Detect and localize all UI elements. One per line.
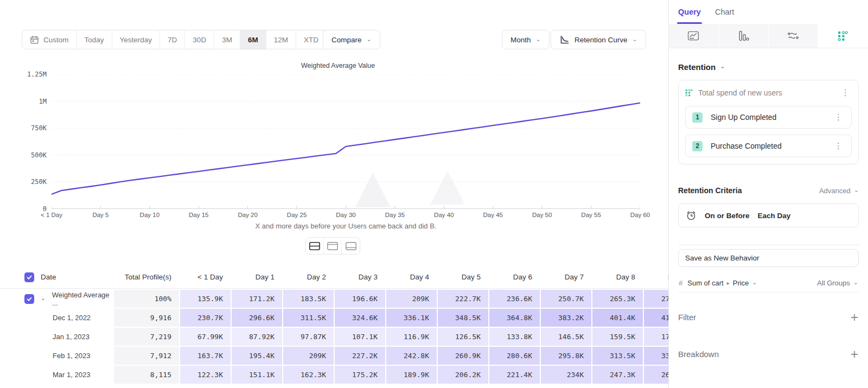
retention-section-header[interactable]: Retention ⌄ — [678, 62, 859, 72]
retention-value-cell: 324.6K — [335, 309, 385, 327]
compare-label: Compare — [331, 36, 362, 44]
chevron-down-icon: ⌄ — [633, 36, 637, 42]
row-label: Feb 1, 2023 — [53, 352, 90, 360]
range-label: Yesterday — [120, 36, 152, 44]
summary-row-label-cell: ⌄Weighted Average ... — [0, 290, 114, 308]
select-all-checkbox[interactable] — [24, 272, 34, 282]
retention-value-cell: 296.6K — [232, 309, 282, 327]
range-7d[interactable]: 7D — [160, 30, 185, 49]
retention-value-cell: 419.8K — [644, 309, 668, 327]
table-row[interactable]: Feb 1, 20237,912163.7K195.4K209K227.2K24… — [0, 347, 668, 365]
event-row-2[interactable]: 2Purchase Completed⋮ — [685, 135, 852, 157]
retention-value-cell: 196.6K — [335, 290, 385, 308]
retention-curve-chart[interactable] — [52, 74, 640, 209]
chart-x-axis: < 1 DayDay 5Day 10Day 15Day 20Day 25Day … — [52, 212, 640, 220]
retention-icon[interactable] — [818, 24, 868, 48]
chart-legend: Weighted Average Value — [291, 62, 375, 69]
day-column-header: Day 4 — [385, 273, 437, 281]
flows-icon[interactable] — [769, 24, 819, 48]
range-12m[interactable]: 12M — [266, 30, 296, 49]
retention-value-cell: 227.2K — [335, 347, 385, 365]
kebab-menu-icon[interactable]: ⋮ — [832, 141, 845, 151]
advanced-label: Advanced — [819, 187, 851, 195]
total-profiles-cell: 9,916 — [114, 309, 179, 327]
view-toggle-group — [305, 237, 360, 255]
range-label: 3M — [222, 36, 232, 44]
range-label: 7D — [168, 36, 177, 44]
range-6m[interactable]: 6M — [240, 30, 266, 49]
chart-only-toggle[interactable] — [324, 238, 342, 254]
table-row[interactable]: Dec 1, 20229,916230.7K296.6K311.5K324.6K… — [0, 309, 668, 327]
retention-value-cell: 162.3K — [283, 366, 334, 384]
kebab-menu-icon[interactable]: ⋮ — [839, 88, 852, 98]
chevron-down-icon[interactable]: ⌄ — [41, 295, 46, 301]
measure-property: Sum of cart — [687, 279, 723, 287]
retention-value-cell: 135.9K — [180, 290, 231, 308]
chart-type-button[interactable]: Retention Curve ⌄ — [551, 30, 646, 49]
day-column-header: Day 9 — [643, 273, 668, 281]
retention-value-cell: 279.8K — [644, 290, 668, 308]
x-axis-tick: < 1 Day — [41, 212, 62, 218]
retention-criteria-card: On or Before Each Day — [678, 203, 859, 227]
chevron-down-icon: ⌄ — [367, 36, 372, 42]
range-label: 30D — [193, 36, 206, 44]
date-range-group: CustomTodayYesterday7D30D3M6M12MXTD⌄ — [22, 30, 336, 49]
retention-value-cell: 265.3K — [592, 290, 643, 308]
retention-value-cell: 383.2K — [541, 309, 591, 327]
granularity-button[interactable]: Month ⌄ — [502, 30, 550, 49]
range-label: Custom — [43, 36, 69, 44]
add-breakdown-button[interactable]: + — [850, 349, 859, 359]
measure-property-dropdown[interactable]: Sum of cart ▸ Price ⌄ — [687, 279, 757, 287]
x-axis-tick: Day 55 — [581, 212, 601, 218]
retention-value-cell: 364.8K — [489, 309, 540, 327]
split-view-toggle[interactable] — [306, 238, 324, 254]
range-30d[interactable]: 30D — [185, 30, 214, 49]
table-row[interactable]: ⌄Weighted Average ...100%135.9K171.2K183… — [0, 290, 668, 308]
retention-value-cell: 230.7K — [180, 309, 231, 327]
behavior-title[interactable]: Total spend of new users — [698, 88, 834, 97]
retention-value-cell: 209K — [386, 290, 437, 308]
range-today[interactable]: Today — [77, 30, 112, 49]
retention-value-cell: 146.5K — [541, 328, 591, 346]
save-as-new-behavior-button[interactable]: Save as New Behavior — [678, 249, 859, 267]
add-filter-button[interactable]: + — [850, 312, 859, 322]
kebab-menu-icon[interactable]: ⋮ — [832, 112, 845, 123]
day-column-header: Day 2 — [282, 273, 334, 281]
range-yesterday[interactable]: Yesterday — [112, 30, 161, 49]
alarm-clock-icon — [686, 210, 697, 221]
retention-value-cell: 260.8K — [644, 366, 668, 384]
granularity-label: Month — [510, 36, 531, 44]
range-custom[interactable]: Custom — [22, 30, 77, 49]
row-checkbox[interactable] — [24, 294, 34, 304]
all-groups-dropdown[interactable]: All Groups ⌄ — [817, 279, 858, 287]
retention-curve-icon — [559, 35, 570, 45]
y-axis-tick: 750K — [31, 124, 47, 132]
date-row-label-cell: Mar 1, 2023 — [0, 366, 114, 384]
retention-value-cell: 313.5K — [592, 347, 643, 365]
funnels-icon[interactable] — [719, 24, 769, 48]
event-row-1[interactable]: 1Sign Up Completed⋮ — [685, 106, 852, 129]
day-column-header: Day 7 — [540, 273, 591, 281]
advanced-dropdown[interactable]: Advanced ⌄ — [819, 187, 859, 195]
table-row[interactable]: Jan 1, 20237,21967.99K87.92K97.87K107.1K… — [0, 328, 668, 346]
table-row[interactable]: Mar 1, 20238,115122.3K151.1K162.3K175.2K… — [0, 366, 668, 384]
insights-icon[interactable] — [669, 24, 719, 48]
filter-label: Filter — [678, 313, 696, 322]
x-axis-tick: Day 30 — [336, 212, 355, 218]
y-axis-tick: 250K — [31, 178, 47, 186]
day-column-header: Day 5 — [437, 273, 488, 281]
event-index-badge: 2 — [692, 141, 703, 151]
retention-value-cell: 163.7K — [180, 347, 231, 365]
occurrence-selector[interactable]: On or Before — [705, 212, 750, 220]
row-label: Jan 1, 2023 — [53, 333, 90, 341]
tab-query[interactable]: Query — [678, 0, 701, 24]
window-selector[interactable]: Each Day — [758, 212, 791, 220]
table-only-toggle[interactable] — [342, 238, 360, 254]
measure-sub-property: Price — [733, 279, 749, 287]
range-label: 6M — [248, 36, 258, 44]
range-3m[interactable]: 3M — [214, 30, 240, 49]
compare-button[interactable]: Compare ⌄ — [323, 30, 380, 49]
retention-value-cell: 247.3K — [592, 366, 643, 384]
date-column-header: Date — [41, 273, 56, 281]
tab-chart[interactable]: Chart — [715, 0, 734, 24]
